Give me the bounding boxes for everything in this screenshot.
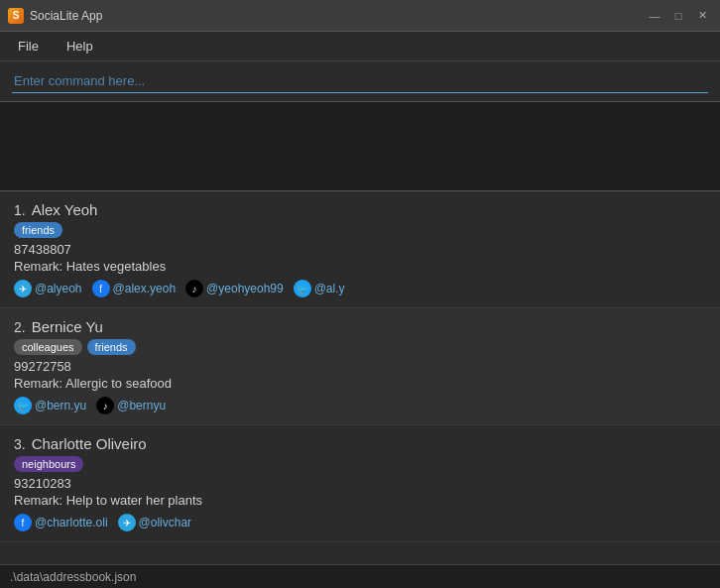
contact-phone: 93210283	[14, 476, 706, 491]
contact-name: Bernice Yu	[32, 318, 103, 335]
contact-remark: Remark: Allergic to seafood	[14, 376, 706, 391]
contact-index: 3.	[14, 436, 26, 452]
contact-name-row: 1.Alex Yeoh	[14, 201, 706, 218]
tiktok-icon: ♪	[96, 397, 114, 414]
social-handle: @charlotte.oli	[35, 516, 108, 529]
telegram-icon: ✈	[118, 514, 136, 531]
social-handle: @alex.yeoh	[113, 282, 177, 295]
twitter-icon: 🐦	[14, 397, 32, 414]
window-controls: — □ ✕	[645, 6, 712, 26]
status-bar: .\data\addressbook.json	[0, 564, 720, 588]
contact-name: Charlotte Oliveiro	[32, 435, 147, 452]
tags-row: friends	[14, 222, 706, 238]
contact-phone: 99272758	[14, 359, 706, 374]
social-link-tiktok[interactable]: ♪@bernyu	[96, 397, 166, 414]
window-title: SociaLite App	[30, 9, 645, 23]
contact-list: 1.Alex Yeohfriends87438807Remark: Hates …	[0, 191, 720, 564]
contact-item: 2.Bernice Yucolleaguesfriends99272758Rem…	[0, 308, 720, 425]
social-link-twitter[interactable]: 🐦@al.y	[294, 280, 345, 297]
contact-item: 1.Alex Yeohfriends87438807Remark: Hates …	[0, 191, 720, 308]
minimize-button[interactable]: —	[645, 6, 664, 26]
command-input[interactable]	[12, 69, 708, 93]
social-link-telegram[interactable]: ✈@olivchar	[118, 514, 192, 531]
social-handle: @al.y	[314, 282, 345, 295]
contact-index: 1.	[14, 202, 26, 218]
social-link-telegram[interactable]: ✈@alyeoh	[14, 280, 82, 297]
contact-item: 3.Charlotte Oliveironeighbours93210283Re…	[0, 425, 720, 542]
social-handle: @bern.yu	[35, 399, 86, 412]
close-button[interactable]: ✕	[692, 6, 712, 26]
tag-neighbours: neighbours	[14, 456, 83, 472]
social-link-facebook[interactable]: f@alex.yeoh	[92, 280, 177, 297]
tag-friends: friends	[87, 339, 136, 355]
tag-friends: friends	[14, 222, 62, 238]
maximize-button[interactable]: □	[668, 6, 688, 26]
twitter-icon: 🐦	[294, 280, 311, 297]
menu-file[interactable]: File	[12, 37, 45, 56]
tag-colleagues: colleagues	[14, 339, 82, 355]
social-row: 🐦@bern.yu♪@bernyu	[14, 397, 706, 414]
contact-remark: Remark: Hates vegetables	[14, 259, 706, 274]
contact-name-row: 2.Bernice Yu	[14, 318, 706, 335]
facebook-icon: f	[92, 280, 110, 297]
app-icon: S	[8, 8, 24, 24]
command-bar	[0, 61, 720, 102]
social-link-tiktok[interactable]: ♪@yeohyeoh99	[185, 280, 284, 297]
tags-row: colleaguesfriends	[14, 339, 706, 355]
tags-row: neighbours	[14, 456, 706, 472]
contact-remark: Remark: Help to water her plants	[14, 493, 706, 508]
social-link-facebook[interactable]: f@charlotte.oli	[14, 514, 108, 531]
contact-phone: 87438807	[14, 242, 706, 257]
social-handle: @olivchar	[139, 516, 192, 529]
menu-bar: File Help	[0, 32, 720, 61]
status-text: .\data\addressbook.json	[10, 570, 136, 584]
social-row: ✈@alyeohf@alex.yeoh♪@yeohyeoh99🐦@al.y	[14, 280, 706, 297]
contact-name-row: 3.Charlotte Oliveiro	[14, 435, 706, 452]
contact-name: Alex Yeoh	[32, 201, 98, 218]
social-handle: @alyeoh	[35, 282, 82, 295]
social-handle: @yeohyeoh99	[206, 282, 284, 295]
contact-index: 2.	[14, 319, 26, 335]
telegram-icon: ✈	[14, 280, 32, 297]
menu-help[interactable]: Help	[60, 37, 99, 56]
social-link-twitter[interactable]: 🐦@bern.yu	[14, 397, 86, 414]
social-row: f@charlotte.oli✈@olivchar	[14, 514, 706, 531]
output-area	[0, 102, 720, 191]
social-handle: @bernyu	[117, 399, 166, 412]
title-bar: S SociaLite App — □ ✕	[0, 0, 720, 32]
facebook-icon: f	[14, 514, 32, 531]
tiktok-icon: ♪	[185, 280, 203, 297]
